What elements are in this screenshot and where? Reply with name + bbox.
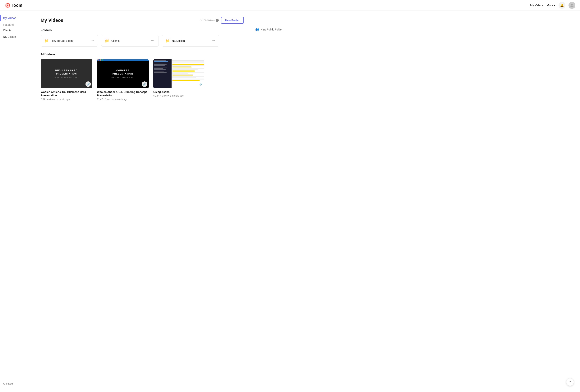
svg-point-1	[571, 4, 573, 5]
video-duration-2: 6:23	[153, 95, 158, 97]
video-duration-1: 11:47	[97, 98, 103, 101]
sidebar-top: My Videos Folders Clients NS Design	[0, 14, 33, 40]
avatar-icon	[570, 3, 574, 8]
notifications-button[interactable]: 🔔	[559, 2, 566, 9]
video-meta-2: 6:23 • 4 views • 2 months ago	[153, 95, 205, 97]
window-max-dot	[102, 59, 103, 61]
videos-section-title: All Videos	[41, 53, 244, 56]
videos-section: All Videos BUSINESS CARDPRESENTATION WOO…	[41, 53, 244, 101]
avatar[interactable]	[569, 2, 576, 9]
video-card-0[interactable]: BUSINESS CARDPRESENTATION WOOLEN ANTLER …	[41, 59, 92, 101]
video-thumb-0: BUSINESS CARDPRESENTATION WOOLEN ANTLER …	[41, 59, 92, 88]
new-public-folder-button[interactable]: 👥 New Public Folder	[255, 26, 290, 33]
sidebar-my-videos-label: My Videos	[3, 16, 16, 19]
sidebar-item-my-videos[interactable]: My Videos	[0, 15, 33, 21]
video-meta-0: 6:34 • 4 views • a month ago	[41, 98, 92, 101]
folder-icon-1: 📁	[105, 39, 109, 43]
video-time-2: 2 months ago	[170, 95, 184, 97]
video-time-1: a month ago	[115, 98, 128, 101]
asana-sidebar	[153, 59, 171, 88]
loom-logo-icon	[4, 2, 11, 8]
sidebar-bottom: Archived	[0, 379, 33, 388]
video-thumb-subtext-1: WOOLEN ANTLER & CO.	[111, 77, 134, 79]
video-thumb-1: CONCEPTPRESENTATION WOOLEN ANTLER & CO. …	[97, 59, 149, 88]
new-public-folder-label: New Public Folder	[261, 28, 283, 31]
folder-card-2[interactable]: 📁 NS Design •••	[162, 35, 219, 47]
folders-section: Folders 📁 How To Use Loom ••• 📁 Clients …	[41, 28, 244, 47]
sidebar: My Videos Folders Clients NS Design Arch…	[0, 11, 33, 392]
folder-menu-1[interactable]: •••	[150, 38, 155, 43]
folders-grid: 📁 How To Use Loom ••• 📁 Clients ••• 📁	[41, 35, 244, 47]
right-panel: 👥 New Public Folder	[252, 11, 294, 392]
link-icon-2: 🔗	[198, 81, 204, 87]
header-right: 3/100 Videos ? New Folder	[200, 17, 244, 24]
help-float-button[interactable]: ?	[566, 378, 574, 386]
video-card-2[interactable]: 🔗 Using Asana 6:23 • 4 views • 2 months …	[153, 59, 205, 101]
folder-card-1[interactable]: 📁 Clients •••	[101, 35, 159, 47]
video-thumb-text-0: BUSINESS CARDPRESENTATION	[55, 69, 78, 76]
video-time-0: a month ago	[57, 98, 70, 101]
video-thumb-content-0: BUSINESS CARDPRESENTATION WOOLEN ANTLER …	[41, 59, 92, 88]
video-count: 3/100 Videos ?	[200, 19, 219, 22]
page-title: My Videos	[41, 18, 63, 23]
sidebar-item-clients[interactable]: Clients	[0, 27, 33, 33]
new-folder-button[interactable]: New Folder	[221, 17, 244, 24]
video-thumb-text-1: CONCEPTPRESENTATION	[111, 69, 134, 76]
video-card-1[interactable]: CONCEPTPRESENTATION WOOLEN ANTLER & CO. …	[97, 59, 149, 101]
video-title-1: Woolen Antler & Co. Branding Concept Pre…	[97, 90, 149, 97]
video-views-2: 4 views	[160, 95, 167, 97]
video-views-0: 4 views	[47, 98, 55, 101]
video-count-text: 3/100 Videos	[200, 19, 215, 22]
chevron-down-icon: ▾	[554, 4, 556, 7]
help-badge-icon: ?	[216, 19, 219, 22]
folder-left-2: 📁 NS Design	[165, 39, 185, 43]
video-thumb-subtext-0: WOOLEN ANTLER & CO.	[55, 77, 78, 79]
sidebar-ns-design-label: NS Design	[3, 35, 16, 38]
main-content: My Videos 3/100 Videos ? New Folder Fold…	[33, 11, 252, 392]
folder-left-0: 📁 How To Use Loom	[44, 39, 73, 43]
sidebar-archived[interactable]: Archived	[3, 382, 30, 385]
logo[interactable]: loom	[4, 2, 22, 8]
link-icon-0: 🔗	[86, 81, 91, 87]
folder-card-0[interactable]: 📁 How To Use Loom •••	[41, 35, 98, 47]
nav-more-label: More	[547, 4, 553, 7]
videos-grid: BUSINESS CARDPRESENTATION WOOLEN ANTLER …	[41, 59, 244, 101]
main-layout: My Videos Folders Clients NS Design Arch…	[0, 11, 580, 392]
video-title-2: Using Asana	[153, 90, 205, 94]
window-close-dot	[98, 59, 99, 61]
video-thumb-content-1: CONCEPTPRESENTATION WOOLEN ANTLER & CO.	[97, 59, 149, 88]
folder-icon-2: 📁	[165, 39, 170, 43]
link-icon-1: 🔗	[142, 81, 147, 87]
folder-name-0: How To Use Loom	[51, 39, 73, 42]
video-thumb-2: 🔗	[153, 59, 205, 88]
nav-right: My Videos More ▾ 🔔	[530, 2, 576, 9]
page-header: My Videos 3/100 Videos ? New Folder	[41, 17, 244, 27]
new-public-folder-icon: 👥	[255, 28, 259, 31]
folder-menu-2[interactable]: •••	[211, 38, 216, 43]
top-navigation: loom My Videos More ▾ 🔔	[0, 0, 580, 11]
video-duration-0: 6:34	[41, 98, 45, 101]
sidebar-folders-label: Folders	[0, 21, 33, 27]
video-thumb-topbar	[97, 59, 149, 61]
window-min-dot	[100, 59, 101, 61]
sidebar-item-ns-design[interactable]: NS Design	[0, 34, 33, 40]
sidebar-clients-label: Clients	[3, 29, 11, 32]
folder-left-1: 📁 Clients	[105, 39, 120, 43]
folders-section-title: Folders	[41, 28, 244, 32]
folder-name-2: NS Design	[172, 39, 185, 42]
logo-text: loom	[12, 3, 22, 8]
nav-my-videos[interactable]: My Videos	[530, 4, 544, 7]
folder-menu-0[interactable]: •••	[90, 38, 95, 43]
folder-name-1: Clients	[111, 39, 120, 42]
folder-icon-0: 📁	[44, 39, 48, 43]
video-title-0: Woolen Antler & Co. Business Card Presen…	[41, 90, 92, 97]
nav-more-menu[interactable]: More ▾	[547, 4, 556, 7]
video-meta-1: 11:47 • 5 views • a month ago	[97, 98, 149, 101]
video-views-1: 5 views	[105, 98, 113, 101]
